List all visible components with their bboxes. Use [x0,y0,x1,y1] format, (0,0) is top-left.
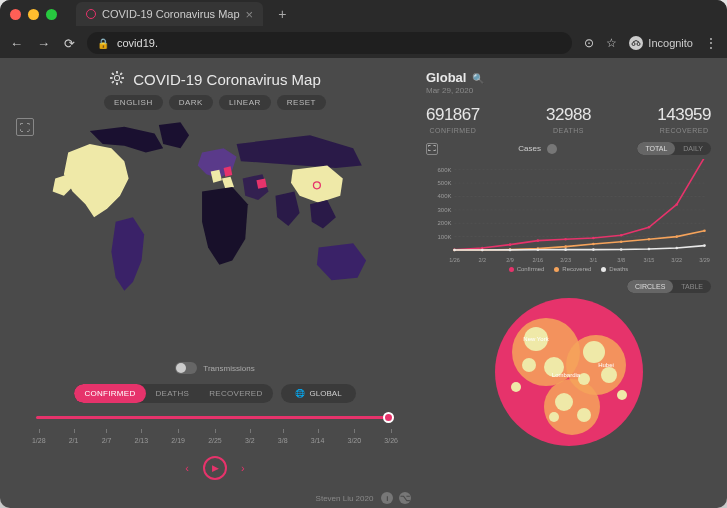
svg-point-0 [115,75,120,80]
mode-confirmed[interactable]: CONFIRMED [74,384,145,403]
scale-toggle[interactable]: LINEAR [219,95,271,110]
stat-deaths: 32988 DEATHS [546,105,591,134]
stat-recovered: 143959 RECOVERED [657,105,711,134]
svg-point-84 [511,382,521,392]
transmissions-label: Transmissions [203,364,254,373]
svg-point-9 [117,71,118,72]
svg-text:3/15: 3/15 [644,257,655,263]
svg-point-59 [703,244,706,247]
toggle-circles[interactable]: CIRCLES [627,280,673,293]
svg-point-33 [537,239,540,242]
github-icon[interactable]: ⌥ [399,492,411,504]
svg-point-57 [648,248,651,251]
svg-point-35 [592,237,595,240]
next-button[interactable]: › [241,462,245,474]
bubble-label-hubei: Hubei [598,362,614,368]
legend-deaths: Deaths [601,266,628,272]
svg-point-16 [121,73,122,74]
language-selector[interactable]: ENGLISH [104,95,163,110]
svg-point-36 [620,234,623,237]
bookmark-icon[interactable]: ☆ [606,36,617,50]
svg-text:3/22: 3/22 [671,257,682,263]
play-button[interactable]: ▶ [203,456,227,480]
bubble-chart[interactable]: New York Lombardia Hubei [426,297,711,447]
svg-point-15 [112,82,113,83]
browser-toolbar: ← → ⟳ 🔒 covid19. ⊙ ☆ Incognito ⋮ [0,28,727,58]
svg-text:2/2: 2/2 [478,257,486,263]
legend-confirmed: Confirmed [509,266,545,272]
legend-recovered: Recovered [554,266,591,272]
close-window-button[interactable] [10,9,21,20]
timeline-dates: 1/282/12/72/132/192/253/23/83/143/203/26 [32,437,398,444]
svg-point-44 [564,245,567,248]
svg-point-14 [121,82,122,83]
new-tab-button[interactable]: + [278,6,286,22]
svg-point-77 [583,341,605,363]
browser-tab[interactable]: COVID-19 Coronavirus Map × [76,2,263,26]
svg-point-54 [564,248,567,251]
toggle-total[interactable]: TOTAL [637,142,675,155]
confirmed-value: 691867 [426,105,480,125]
timeline-slider[interactable] [36,411,394,429]
reload-button[interactable]: ⟳ [64,36,75,51]
svg-point-46 [620,240,623,243]
info-icon[interactable]: i [381,492,393,504]
svg-point-47 [648,238,651,241]
mode-deaths[interactable]: DEATHS [146,384,200,403]
browser-titlebar: COVID-19 Coronavirus Map × + [0,0,727,28]
global-button[interactable]: 🌐 GLOBAL [281,384,356,403]
minimize-window-button[interactable] [28,9,39,20]
browser-menu-icon[interactable]: ⋮ [705,36,717,50]
svg-point-76 [522,358,536,372]
svg-point-49 [703,229,706,232]
svg-point-82 [549,412,559,422]
chart-expand-icon[interactable]: ⛶ [426,143,438,155]
forward-button[interactable]: → [37,36,50,51]
address-bar[interactable]: 🔒 covid19. [87,32,572,54]
incognito-label: Incognito [648,37,693,49]
svg-text:400K: 400K [437,193,451,199]
region-search-icon[interactable]: 🔍 [472,73,484,84]
svg-text:2/23: 2/23 [560,257,571,263]
back-button[interactable]: ← [10,36,23,51]
world-map[interactable] [16,118,414,308]
bubble-label-lombardia: Lombardia [551,372,580,378]
svg-point-58 [675,247,678,250]
svg-point-45 [592,243,595,246]
tab-title: COVID-19 Coronavirus Map [102,8,240,20]
slider-thumb[interactable] [383,412,394,423]
prev-button[interactable]: ‹ [185,462,189,474]
svg-point-11 [111,77,112,78]
svg-text:500K: 500K [437,180,451,186]
transmissions-toggle[interactable] [175,362,197,374]
svg-point-50 [453,249,456,252]
stat-confirmed: 691867 CONFIRMED [426,105,480,134]
svg-point-48 [675,235,678,238]
svg-point-53 [537,248,540,251]
fullscreen-button[interactable]: ⛶ [16,118,34,136]
maximize-window-button[interactable] [46,9,57,20]
region-title: Global [426,70,466,85]
svg-text:100K: 100K [437,234,451,240]
bubble-toggle-group: CIRCLES TABLE [627,280,711,293]
tab-close-icon[interactable]: × [246,7,254,22]
reset-button[interactable]: RESET [277,95,326,110]
confirmed-label: CONFIRMED [426,127,480,134]
svg-point-12 [123,77,124,78]
toggle-table[interactable]: TABLE [673,280,711,293]
svg-point-83 [617,390,627,400]
svg-point-13 [112,73,113,74]
incognito-badge[interactable]: Incognito [629,36,693,50]
chart-settings-icon[interactable] [547,144,557,154]
svg-point-80 [555,393,573,411]
favicon [86,9,96,19]
globe-icon: 🌐 [295,389,305,398]
mode-recovered[interactable]: RECOVERED [199,384,272,403]
svg-text:2/16: 2/16 [532,257,543,263]
cases-chart[interactable]: 600K500K400K300K200K100K1/262/22/92/162/… [426,159,711,264]
svg-text:3/29: 3/29 [699,257,710,263]
toggle-daily[interactable]: DAILY [675,142,711,155]
search-icon[interactable]: ⊙ [584,36,594,50]
deaths-value: 32988 [546,105,591,125]
theme-toggle[interactable]: DARK [169,95,213,110]
